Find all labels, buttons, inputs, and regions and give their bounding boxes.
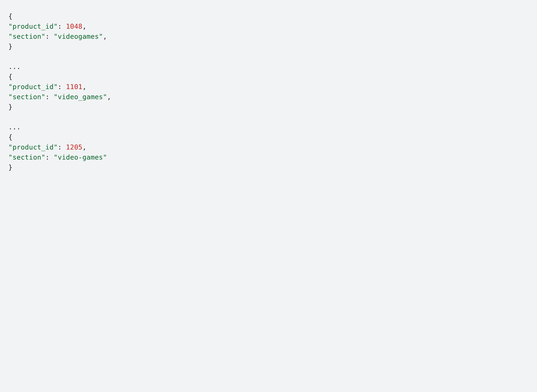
code-token: { [8,12,12,20]
code-token: : [46,33,54,40]
code-token: : [58,143,66,151]
code-token: 1101 [66,83,83,91]
code-token: { [8,133,12,141]
code-token: : [46,153,54,161]
code-token: ... [8,123,21,131]
code-token: { [8,73,12,80]
code-token: } [8,163,12,171]
code-token: : [46,93,54,101]
code-token: , [82,143,86,151]
code-token: 1205 [66,143,83,151]
code-token: , [82,22,86,30]
code-token: ... [8,63,21,70]
code-token: , [103,33,107,40]
code-token: , [107,93,111,101]
code-token: "video-games" [54,153,107,161]
code-token: "section" [8,93,46,101]
code-token: "section" [8,153,46,161]
code-token: "section" [8,33,46,40]
code-token: , [82,83,86,91]
code-token: } [8,42,12,50]
code-token: "product_id" [8,83,58,91]
code-token: 1048 [66,22,83,30]
code-block: { "product_id": 1048, "section": "videog… [0,0,537,183]
code-token: "videogames" [54,33,103,40]
code-token: : [58,22,66,30]
code-token: "product_id" [8,143,58,151]
code-token: "video_games" [54,93,107,101]
code-token: } [8,103,12,111]
code-token: : [58,83,66,91]
code-token: "product_id" [8,22,58,30]
